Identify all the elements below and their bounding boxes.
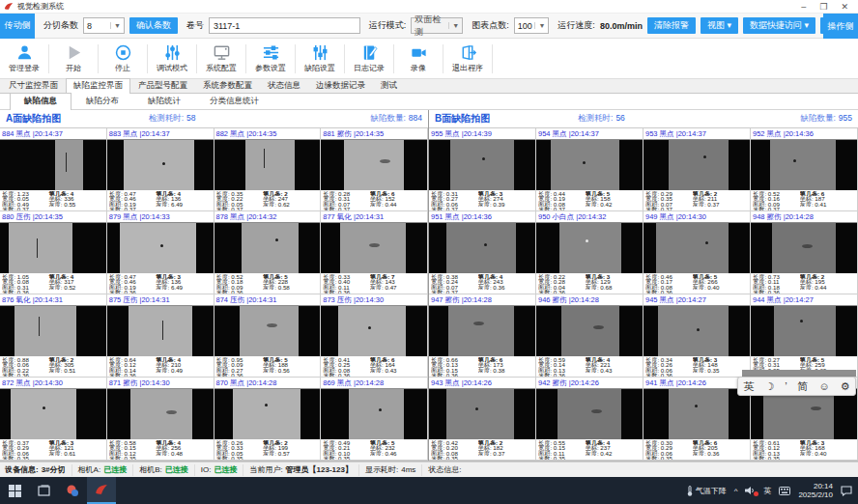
defect-thumbnail-image[interactable] — [214, 389, 321, 439]
defect-thumbnail-image[interactable] — [429, 389, 535, 439]
defect-thumbnail-image[interactable] — [0, 306, 106, 356]
defect-thumbnail-image[interactable] — [536, 389, 643, 439]
defect-thumbnail-image[interactable] — [751, 140, 857, 190]
tab-system-param-config[interactable]: 系统参数配置 — [195, 78, 260, 93]
defect-cell[interactable]: 875 压伤 |20:14:31 长度: 0.64 宽度: 0.12 面积: 0… — [107, 294, 214, 378]
defect-cell[interactable]: 952 黑点 |20:14:36 长度: 0.52 宽度: 0.16 面积: 0… — [751, 128, 858, 211]
taskbar-app-1[interactable] — [58, 477, 87, 504]
slit-count-select[interactable]: 8▼ — [83, 17, 125, 34]
subtab-defect-info[interactable]: 缺陷信息 — [10, 93, 72, 110]
defect-cell[interactable]: 880 压伤 |20:14:35 长度: 1.05 宽度: 0.08 面积: 0… — [0, 211, 107, 294]
video-record-button[interactable]: 录像 — [394, 40, 443, 78]
chart-points-select[interactable]: 100▼ — [514, 17, 550, 34]
ime-moon-icon[interactable]: ☽ — [764, 378, 774, 395]
data-quick-access-menu-button[interactable]: 数据快捷访问 ▾ — [743, 17, 815, 34]
tab-status-info[interactable]: 状态信息 — [260, 78, 308, 93]
defect-cell[interactable]: 877 氧化 |20:14:31 长度: 0.33 宽度: 0.40 面积: 0… — [321, 211, 428, 294]
defect-thumbnail-image[interactable] — [429, 140, 535, 190]
defect-cell[interactable]: 949 黑点 |20:14:30 长度: 0.46 宽度: 0.17 面积: 0… — [644, 211, 751, 294]
confirm-count-button[interactable]: 确认条数 — [129, 17, 178, 34]
tab-size-monitor[interactable]: 尺寸监控界面 — [1, 78, 66, 93]
defect-cell[interactable]: 879 黑点 |20:14:33 长度: 0.47 宽度: 0.46 面积: 0… — [107, 211, 214, 294]
maximize-button[interactable]: ❐ — [819, 2, 827, 12]
defect-thumbnail-image[interactable] — [214, 140, 321, 190]
defect-cell[interactable]: 884 黑点 |20:14:37 长度: 1.23 宽度: 0.05 面积: 0… — [0, 128, 107, 211]
close-button[interactable]: ✕ — [841, 2, 848, 12]
defect-cell[interactable]: 878 黑点 |20:14:32 长度: 0.52 宽度: 0.18 面积: 0… — [214, 211, 322, 294]
defect-cell[interactable]: 882 黑点 |20:14:35 长度: 0.35 宽度: 0.22 面积: 0… — [214, 128, 322, 211]
drive-side-button[interactable]: 传动侧 — [0, 14, 35, 39]
defect-cell[interactable]: 954 黑点 |20:14:37 长度: 0.44 宽度: 0.19 面积: 0… — [536, 128, 644, 211]
clock-widget[interactable]: 20:14 2025/2/10 — [798, 482, 833, 499]
roll-number-input[interactable]: 3117-1 — [209, 17, 360, 34]
defect-thumbnail-image[interactable] — [751, 389, 857, 439]
defect-thumbnail-image[interactable] — [321, 389, 427, 439]
tab-defect-monitor[interactable]: 缺陷监控界面 — [66, 78, 130, 94]
defect-cell[interactable]: 953 黑点 |20:14:37 长度: 0.29 宽度: 0.35 面积: 0… — [644, 128, 751, 211]
start-menu-button[interactable] — [0, 477, 29, 504]
start-button[interactable]: 开始 — [49, 40, 98, 78]
defect-thumbnail-image[interactable] — [536, 140, 643, 190]
defect-cell[interactable]: 950 小白点 |20:14:32 长度: 0.22 宽度: 0.28 面积: … — [536, 211, 644, 294]
subtab-defect-distribution[interactable]: 缺陷分布 — [72, 93, 133, 109]
defect-cell[interactable]: 883 黑点 |20:14:37 长度: 0.47 宽度: 0.46 面积: 0… — [107, 128, 214, 211]
defect-cell[interactable]: 943 黑点 |20:14:26 长度: 0.42 宽度: 0.20 面积: 0… — [429, 378, 536, 461]
ime-language-indicator[interactable]: 英 — [763, 486, 771, 496]
ime-english-toggle[interactable]: 英 — [743, 378, 754, 395]
defect-thumbnail-image[interactable] — [107, 306, 214, 356]
defect-cell[interactable]: 944 黑点 |20:14:27 长度: 0.27 宽度: 0.31 面积: 0… — [751, 294, 858, 378]
defect-thumbnail-image[interactable] — [429, 306, 535, 356]
task-view-button[interactable] — [29, 477, 58, 504]
defect-thumbnail-image[interactable] — [0, 223, 106, 273]
hidden-icons-chevron[interactable]: ^ — [734, 487, 738, 495]
defect-thumbnail-image[interactable] — [0, 389, 106, 439]
ime-punct-toggle[interactable]: ’ — [785, 378, 786, 395]
defect-thumbnail-image[interactable] — [644, 140, 750, 190]
defect-cell[interactable]: 872 黑点 |20:14:30 长度: 0.37 宽度: 0.29 面积: 0… — [0, 378, 107, 461]
subtab-defect-statistics[interactable]: 缺陷统计 — [133, 93, 195, 109]
volume-icon[interactable] — [745, 486, 756, 495]
defect-cell[interactable]: 951 黑点 |20:14:36 长度: 0.38 宽度: 0.24 面积: 0… — [429, 211, 536, 294]
defect-cell[interactable]: 942 擦伤 |20:14:26 长度: 0.55 宽度: 0.15 面积: 0… — [536, 378, 644, 461]
defect-cell[interactable]: 947 擦伤 |20:14:28 长度: 0.66 宽度: 0.13 面积: 0… — [429, 294, 536, 378]
defect-thumbnail-image[interactable] — [644, 389, 750, 439]
keyboard-icon[interactable] — [779, 487, 790, 495]
defect-thumbnail-image[interactable] — [429, 223, 535, 273]
defect-thumbnail-image[interactable] — [751, 223, 857, 273]
parameter-settings-button[interactable]: 参数设置 — [246, 40, 295, 78]
defect-cell[interactable]: 870 黑点 |20:14:28 长度: 0.26 宽度: 0.33 面积: 0… — [214, 378, 322, 461]
taskbar-app-active[interactable] — [87, 477, 116, 504]
defect-thumbnail-image[interactable] — [214, 223, 321, 273]
defect-thumbnail-image[interactable] — [214, 306, 321, 356]
defect-cell[interactable]: 876 氧化 |20:14:31 长度: 0.88 宽度: 0.06 面积: 0… — [0, 294, 107, 378]
defect-settings-button[interactable]: 缺陷设置 — [296, 40, 344, 78]
defect-thumbnail-image[interactable] — [107, 223, 214, 273]
ime-emoji-button[interactable]: ☺ — [818, 378, 829, 395]
view-menu-button[interactable]: 视图 ▾ — [701, 17, 738, 34]
ime-settings-gear-icon[interactable]: ⚙ — [841, 378, 850, 395]
debug-mode-button[interactable]: 调试模式 — [148, 40, 196, 78]
defect-thumbnail-image[interactable] — [321, 140, 427, 190]
defect-cell[interactable]: 948 擦伤 |20:14:28 长度: 0.73 宽度: 0.11 面积: 0… — [751, 211, 858, 294]
defect-cell[interactable]: 881 擦伤 |20:14:35 长度: 0.28 宽度: 0.31 面积: 0… — [321, 128, 428, 211]
system-config-button[interactable]: 系统配置 — [197, 40, 245, 78]
weather-widget[interactable]: 气温下降 — [686, 486, 727, 496]
defect-cell[interactable]: 945 黑点 |20:14:27 长度: 0.34 宽度: 0.26 面积: 0… — [644, 294, 751, 378]
admin-login-button[interactable]: 管理登录 — [0, 40, 48, 78]
stop-button[interactable]: 停止 — [99, 40, 147, 78]
tab-test[interactable]: 测试 — [373, 78, 405, 93]
defect-thumbnail-image[interactable] — [321, 306, 427, 356]
clear-alarm-button[interactable]: 清除报警 — [647, 17, 696, 34]
operator-side-button[interactable]: 操作侧 — [823, 14, 858, 39]
defect-cell[interactable]: 873 压伤 |20:14:30 长度: 0.41 宽度: 0.25 面积: 0… — [321, 294, 428, 378]
defect-thumbnail-image[interactable] — [751, 306, 857, 356]
defect-thumbnail-image[interactable] — [321, 223, 427, 273]
tab-edge-data-record[interactable]: 边缘数据记录 — [308, 78, 373, 93]
defect-cell[interactable]: 955 黑点 |20:14:39 长度: 0.31 宽度: 0.27 面积: 0… — [429, 128, 536, 211]
defect-thumbnail-image[interactable] — [107, 389, 214, 439]
defect-cell[interactable]: 941 黑点 |20:14:26 长度: 0.30 宽度: 0.29 面积: 0… — [644, 378, 751, 461]
log-record-button[interactable]: 日志记录 — [345, 40, 393, 78]
defect-thumbnail-image[interactable] — [0, 140, 106, 190]
subtab-class-info-statistics[interactable]: 分类信息统计 — [195, 93, 273, 109]
defect-thumbnail-image[interactable] — [107, 140, 214, 190]
